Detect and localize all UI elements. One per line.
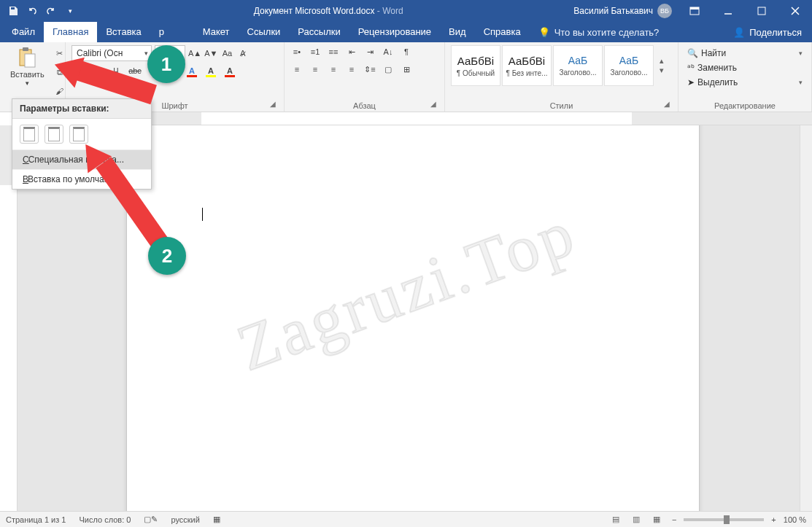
font-color-button[interactable]: A: [223, 64, 236, 77]
shading-icon[interactable]: ▢: [382, 63, 395, 76]
lightbulb-icon: 💡: [538, 27, 550, 38]
tell-me-search[interactable]: 💡 Что вы хотите сделать?: [530, 27, 668, 42]
text-effects-button[interactable]: A: [185, 64, 198, 77]
dialog-launcher-icon[interactable]: ◢: [428, 100, 438, 110]
close-icon[interactable]: [778, 0, 812, 22]
maximize-icon[interactable]: [745, 0, 778, 22]
ribbon-display-icon[interactable]: [678, 0, 711, 22]
qat-customize-icon[interactable]: ▾: [61, 2, 79, 20]
tab-insert[interactable]: Вставка: [97, 22, 150, 42]
zoom-level[interactable]: 100 %: [784, 515, 806, 524]
replace-button[interactable]: ᵃᵇЗаменить: [684, 61, 805, 74]
user-name: Василий Батькавич: [573, 6, 653, 16]
grow-font-icon[interactable]: A▲: [188, 47, 201, 60]
shrink-font-icon[interactable]: A▼: [204, 47, 217, 60]
save-icon[interactable]: [4, 2, 22, 20]
paste-menu-header: Параметры вставки:: [12, 99, 151, 119]
print-layout-icon[interactable]: ▥: [628, 513, 644, 526]
svg-rect-7: [25, 54, 35, 67]
styles-more-icon[interactable]: ▴▾: [655, 45, 668, 86]
annotation-arrow-1: [57, 47, 159, 98]
word-count[interactable]: Число слов: 0: [79, 515, 131, 524]
align-center-icon[interactable]: ≡: [309, 63, 322, 76]
svg-rect-6: [23, 47, 28, 51]
minimize-icon[interactable]: [711, 0, 745, 22]
tab-view[interactable]: Вид: [440, 22, 475, 42]
paste-keep-source-icon[interactable]: [20, 125, 39, 144]
ribbon-tabs: Файл Главная Вставка р Макет Ссылки Расс…: [0, 22, 812, 42]
borders-icon[interactable]: ⊞: [400, 63, 413, 76]
style-normal[interactable]: АаБбВі¶ Обычный: [451, 45, 500, 86]
paste-label: Вставить: [10, 70, 45, 79]
replace-icon: ᵃᵇ: [687, 63, 695, 73]
vertical-scrollbar[interactable]: [800, 125, 812, 511]
select-button[interactable]: ➤Выделить▾: [684, 76, 805, 89]
align-left-icon[interactable]: ≡: [290, 63, 303, 76]
dialog-launcher-icon[interactable]: ◢: [662, 100, 672, 110]
account-area[interactable]: Василий Батькавич ВБ: [573, 4, 678, 18]
indent-dec-icon[interactable]: ⇤: [345, 45, 358, 58]
annotation-badge-1: 1: [147, 45, 185, 83]
style-heading2[interactable]: АаБЗаголово...: [604, 45, 654, 86]
tab-home[interactable]: Главная: [44, 22, 97, 42]
tab-review[interactable]: Рецензирование: [349, 22, 440, 42]
tab-mailings[interactable]: Рассылки: [289, 22, 349, 42]
text-cursor: [202, 208, 203, 221]
find-button[interactable]: 🔍Найти▾: [684, 47, 805, 60]
editing-group-label: Редактирование: [684, 99, 805, 112]
line-spacing-icon[interactable]: ⇕≡: [363, 63, 376, 76]
dialog-launcher-icon[interactable]: ◢: [268, 100, 278, 110]
read-mode-icon[interactable]: ▤: [608, 513, 624, 526]
style-no-spacing[interactable]: АаБбВі¶ Без инте...: [502, 45, 552, 86]
macro-icon[interactable]: ▦: [213, 515, 220, 524]
zoom-slider[interactable]: [684, 518, 764, 521]
document-page[interactable]: [126, 125, 700, 511]
indent-inc-icon[interactable]: ⇥: [363, 45, 376, 58]
tell-me-label: Что вы хотите сделать?: [554, 27, 660, 38]
spellcheck-icon[interactable]: ▢✎: [144, 515, 158, 524]
app-name: Word: [382, 6, 403, 16]
view-switcher: ▤ ▥ ▦: [608, 513, 665, 526]
tab-hidden[interactable]: р: [150, 22, 194, 42]
tab-layout[interactable]: Макет: [194, 22, 239, 42]
group-styles: АаБбВі¶ Обычный АаБбВі¶ Без инте... АаБЗ…: [445, 42, 678, 112]
show-marks-icon[interactable]: ¶: [400, 45, 413, 58]
tab-help[interactable]: Справка: [475, 22, 530, 42]
style-heading1[interactable]: АаБЗаголово...: [553, 45, 603, 86]
clear-format-icon[interactable]: A̷: [236, 47, 250, 60]
para-group-label: Абзац◢: [290, 99, 438, 112]
share-button[interactable]: 👤 Поделиться: [723, 27, 812, 42]
language-indicator[interactable]: русский: [171, 515, 199, 524]
share-label: Поделиться: [749, 27, 802, 38]
group-paragraph: ≡• ≡1 ≡≡ ⇤ ⇥ A↓ ¶ ≡ ≡ ≡ ≡ ⇕≡ ▢ ⊞ Абзац◢: [285, 42, 445, 112]
undo-icon[interactable]: [23, 2, 41, 20]
paste-merge-icon[interactable]: [45, 125, 63, 144]
change-case-button[interactable]: Aa: [220, 47, 233, 60]
justify-icon[interactable]: ≡: [345, 63, 358, 76]
avatar: ВБ: [657, 4, 672, 18]
tab-references[interactable]: Ссылки: [239, 22, 290, 42]
cursor-icon: ➤: [687, 77, 695, 87]
highlight-button[interactable]: A: [204, 64, 217, 77]
styles-group-label: Стили◢: [451, 99, 672, 112]
multilevel-icon[interactable]: ≡≡: [327, 45, 340, 58]
zoom-out-icon[interactable]: −: [672, 515, 676, 524]
align-right-icon[interactable]: ≡: [327, 63, 340, 76]
document-title: Документ Microsoft Word.docx - Word: [83, 6, 573, 16]
bullets-icon[interactable]: ≡•: [290, 45, 303, 58]
tab-file[interactable]: Файл: [3, 22, 44, 42]
annotation-badge-2: 2: [148, 237, 186, 275]
paste-button[interactable]: Вставить ▼: [6, 45, 49, 88]
share-icon: 👤: [733, 27, 745, 38]
numbering-icon[interactable]: ≡1: [309, 45, 322, 58]
window-controls: [678, 0, 812, 22]
svg-rect-0: [11, 7, 15, 9]
page-indicator[interactable]: Страница 1 из 1: [6, 515, 66, 524]
status-bar: Страница 1 из 1 Число слов: 0 ▢✎ русский…: [0, 511, 812, 527]
zoom-in-icon[interactable]: +: [771, 515, 776, 524]
title-bar: ▾ Документ Microsoft Word.docx - Word Ва…: [0, 0, 812, 22]
redo-icon[interactable]: [42, 2, 60, 20]
web-layout-icon[interactable]: ▦: [649, 513, 665, 526]
svg-rect-2: [690, 7, 699, 9]
sort-icon[interactable]: A↓: [382, 45, 395, 58]
